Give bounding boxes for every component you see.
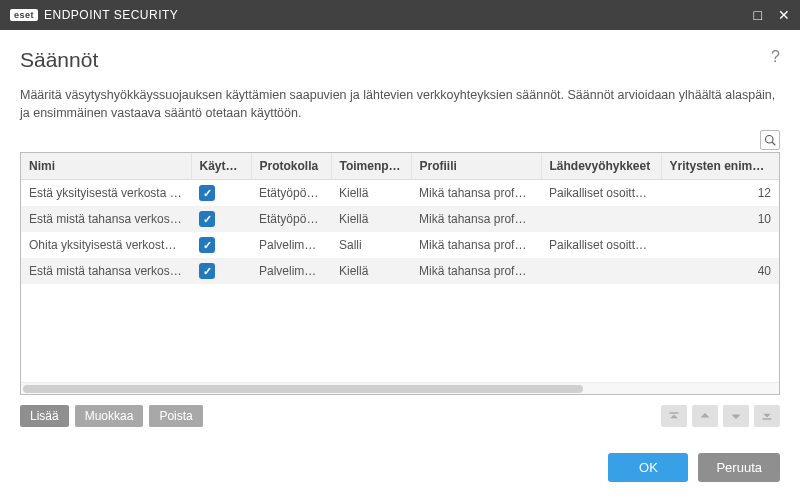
move-top-button[interactable] xyxy=(661,405,687,427)
horizontal-scrollbar[interactable] xyxy=(21,382,779,394)
table-row[interactable]: Ohita yksityisestä verkosta tu…✓Palvelim… xyxy=(21,232,779,258)
cell-action: Kiellä xyxy=(331,206,411,232)
cell-source xyxy=(541,206,661,232)
cell-name: Estä mistä tahansa verkosta t… xyxy=(21,258,191,284)
col-header-protocol[interactable]: Protokolla xyxy=(251,153,331,180)
cell-attempts xyxy=(661,232,779,258)
cell-protocol: Palvelimen… xyxy=(251,258,331,284)
checkbox-checked-icon[interactable]: ✓ xyxy=(199,211,215,227)
brand-text: ENDPOINT SECURITY xyxy=(44,8,178,22)
content-area: Säännöt ? Määritä väsytyshyökkäyssuojauk… xyxy=(0,30,800,439)
cell-profile: Mikä tahansa prof… xyxy=(411,180,541,207)
dialog-footer: OK Peruuta xyxy=(0,439,800,500)
cell-attempts: 40 xyxy=(661,258,779,284)
minimize-icon[interactable]: □ xyxy=(754,7,762,23)
cell-name: Ohita yksityisestä verkosta tu… xyxy=(21,232,191,258)
table-row[interactable]: Estä mistä tahansa verkosta t…✓Etätyöpöy… xyxy=(21,206,779,232)
cell-attempts: 12 xyxy=(661,180,779,207)
cell-name: Estä mistä tahansa verkosta t… xyxy=(21,206,191,232)
cell-action: Kiellä xyxy=(331,258,411,284)
cell-attempts: 10 xyxy=(661,206,779,232)
edit-button[interactable]: Muokkaa xyxy=(75,405,144,427)
col-header-action[interactable]: Toimenpide xyxy=(331,153,411,180)
brand: eset ENDPOINT SECURITY xyxy=(10,8,178,22)
cell-protocol: Etätyöpöyt… xyxy=(251,206,331,232)
table-row[interactable]: Estä mistä tahansa verkosta t…✓Palvelime… xyxy=(21,258,779,284)
page-description: Määritä väsytyshyökkäyssuojauksen käyttä… xyxy=(20,86,780,122)
svg-point-0 xyxy=(766,136,774,144)
ok-button[interactable]: OK xyxy=(608,453,688,482)
cell-protocol: Etätyöpöyt… xyxy=(251,180,331,207)
titlebar: eset ENDPOINT SECURITY □ ✕ xyxy=(0,0,800,30)
table-row[interactable]: Estä yksityisestä verkosta tule…✓Etätyöp… xyxy=(21,180,779,207)
window-controls: □ ✕ xyxy=(754,7,790,23)
col-header-max-attempts[interactable]: Yritysten enimmäismäärä xyxy=(661,153,779,180)
search-icon xyxy=(764,134,776,146)
col-header-source-zones[interactable]: Lähdevyöhykkeet xyxy=(541,153,661,180)
move-bottom-button[interactable] xyxy=(754,405,780,427)
scrollbar-thumb[interactable] xyxy=(23,385,583,393)
search-button[interactable] xyxy=(760,130,780,150)
col-header-enabled[interactable]: Käytössä xyxy=(191,153,251,180)
checkbox-checked-icon[interactable]: ✓ xyxy=(199,185,215,201)
cell-source: Paikalliset osoitte… xyxy=(541,232,661,258)
cell-enabled: ✓ xyxy=(191,180,251,207)
delete-button[interactable]: Poista xyxy=(149,405,202,427)
cell-profile: Mikä tahansa prof… xyxy=(411,206,541,232)
cell-source xyxy=(541,258,661,284)
checkbox-checked-icon[interactable]: ✓ xyxy=(199,237,215,253)
reorder-buttons xyxy=(661,405,780,427)
cell-enabled: ✓ xyxy=(191,258,251,284)
help-icon[interactable]: ? xyxy=(771,48,780,66)
move-down-button[interactable] xyxy=(723,405,749,427)
rules-table: Nimi Käytössä Protokolla Toimenpide Prof… xyxy=(21,153,779,284)
move-up-button[interactable] xyxy=(692,405,718,427)
cell-action: Salli xyxy=(331,232,411,258)
cell-enabled: ✓ xyxy=(191,206,251,232)
cell-enabled: ✓ xyxy=(191,232,251,258)
cell-name: Estä yksityisestä verkosta tule… xyxy=(21,180,191,207)
col-header-profile[interactable]: Profiili xyxy=(411,153,541,180)
brand-logo: eset xyxy=(10,9,38,21)
page-title: Säännöt xyxy=(20,48,98,72)
cell-profile: Mikä tahansa prof… xyxy=(411,232,541,258)
cell-source: Paikalliset osoitte… xyxy=(541,180,661,207)
add-button[interactable]: Lisää xyxy=(20,405,69,427)
table-actions: Lisää Muokkaa Poista xyxy=(20,405,780,427)
checkbox-checked-icon[interactable]: ✓ xyxy=(199,263,215,279)
col-header-name[interactable]: Nimi xyxy=(21,153,191,180)
cell-profile: Mikä tahansa prof… xyxy=(411,258,541,284)
rules-table-container: Nimi Käytössä Protokolla Toimenpide Prof… xyxy=(20,152,780,395)
cell-protocol: Palvelimen… xyxy=(251,232,331,258)
close-icon[interactable]: ✕ xyxy=(778,7,790,23)
cancel-button[interactable]: Peruuta xyxy=(698,453,780,482)
svg-line-1 xyxy=(772,143,775,146)
cell-action: Kiellä xyxy=(331,180,411,207)
